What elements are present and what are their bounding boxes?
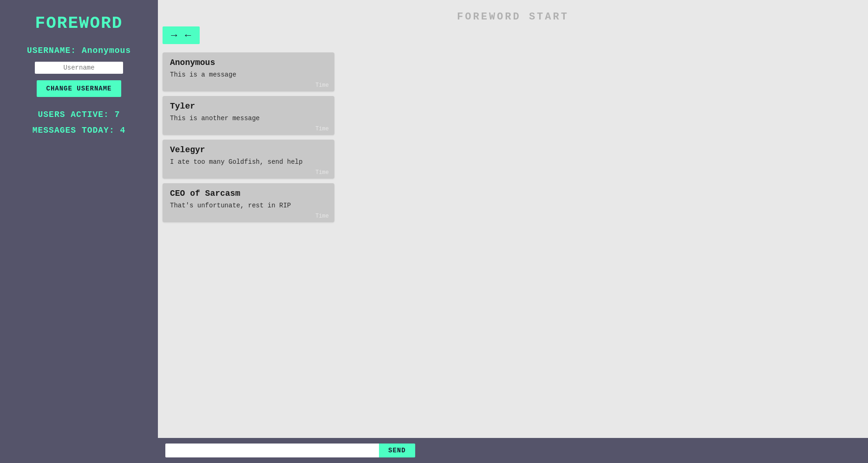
message-author: Velegyr (170, 145, 327, 154)
message-text: That's unfortunate, rest in RIP (170, 202, 327, 209)
sidebar: FOREWORD USERNAME: Anonymous CHANGE USER… (0, 0, 158, 463)
messages-area: AnonymousThis is a messageTimeTylerThis … (158, 48, 868, 438)
app-title: FOREWORD (35, 14, 123, 33)
send-bar: SEND (158, 438, 868, 463)
message-time: Time (315, 82, 329, 89)
message-text: I ate too many Goldfish, send help (170, 158, 327, 166)
message-card: AnonymousThis is a messageTime (163, 52, 334, 91)
message-author: Anonymous (170, 58, 327, 67)
change-username-button[interactable]: CHANGE USERNAME (37, 80, 121, 97)
message-input[interactable] (165, 444, 379, 457)
message-time: Time (315, 213, 329, 219)
main-content: FOREWORD START → ← AnonymousThis is a me… (158, 0, 868, 463)
message-text: This is a message (170, 71, 327, 78)
page-title: FOREWORD START (158, 5, 868, 26)
username-label: USERNAME: Anonymous (27, 46, 131, 55)
arrow-left-icon: ← (183, 29, 193, 41)
send-button[interactable]: SEND (379, 444, 415, 457)
app-layout: FOREWORD USERNAME: Anonymous CHANGE USER… (0, 0, 868, 463)
toggle-panel-button[interactable]: → ← (163, 26, 200, 44)
toggle-row: → ← (158, 26, 868, 48)
message-card: CEO of SarcasmThat's unfortunate, rest i… (163, 183, 334, 222)
message-time: Time (315, 169, 329, 176)
message-card: VelegyrI ate too many Goldfish, send hel… (163, 140, 334, 179)
message-card: TylerThis is another messageTime (163, 96, 334, 135)
message-author: CEO of Sarcasm (170, 189, 327, 198)
message-author: Tyler (170, 102, 327, 111)
username-input[interactable] (35, 62, 123, 74)
top-bar: FOREWORD START → ← (158, 0, 868, 48)
message-text: This is another message (170, 115, 327, 122)
users-active-stat: USERS ACTIVE: 7 (38, 110, 120, 119)
messages-today-stat: MESSAGES TODAY: 4 (33, 126, 126, 135)
message-time: Time (315, 126, 329, 132)
arrow-right-icon: → (169, 29, 179, 41)
